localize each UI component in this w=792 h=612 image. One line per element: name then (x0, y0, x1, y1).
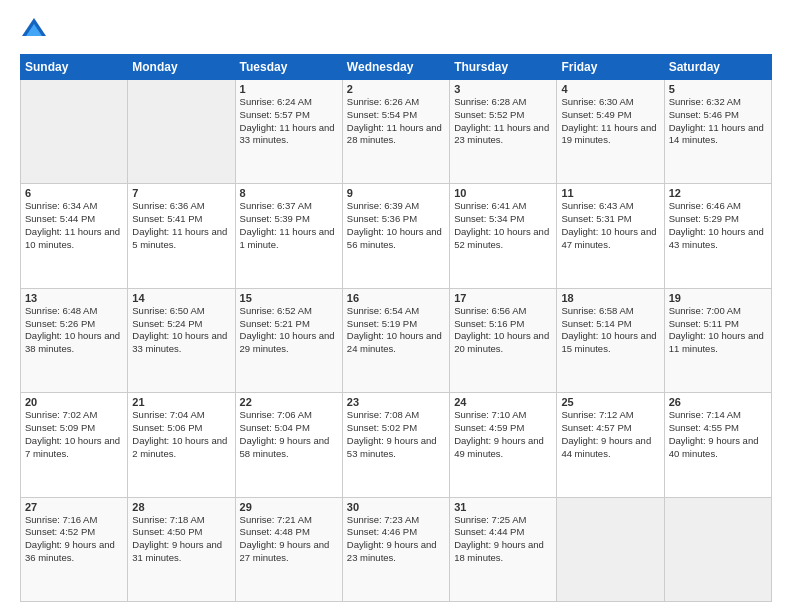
calendar-week-row: 27Sunrise: 7:16 AM Sunset: 4:52 PM Dayli… (21, 497, 772, 601)
day-info: Sunrise: 6:43 AM Sunset: 5:31 PM Dayligh… (561, 200, 659, 251)
day-info: Sunrise: 6:30 AM Sunset: 5:49 PM Dayligh… (561, 96, 659, 147)
day-number: 14 (132, 292, 230, 304)
calendar-cell: 6Sunrise: 6:34 AM Sunset: 5:44 PM Daylig… (21, 184, 128, 288)
day-number: 27 (25, 501, 123, 513)
day-number: 2 (347, 83, 445, 95)
day-number: 15 (240, 292, 338, 304)
day-info: Sunrise: 7:06 AM Sunset: 5:04 PM Dayligh… (240, 409, 338, 460)
calendar-cell: 21Sunrise: 7:04 AM Sunset: 5:06 PM Dayli… (128, 393, 235, 497)
calendar-cell: 15Sunrise: 6:52 AM Sunset: 5:21 PM Dayli… (235, 288, 342, 392)
day-number: 22 (240, 396, 338, 408)
day-number: 17 (454, 292, 552, 304)
calendar-cell: 11Sunrise: 6:43 AM Sunset: 5:31 PM Dayli… (557, 184, 664, 288)
day-info: Sunrise: 6:46 AM Sunset: 5:29 PM Dayligh… (669, 200, 767, 251)
day-info: Sunrise: 6:52 AM Sunset: 5:21 PM Dayligh… (240, 305, 338, 356)
day-info: Sunrise: 7:18 AM Sunset: 4:50 PM Dayligh… (132, 514, 230, 565)
day-number: 4 (561, 83, 659, 95)
calendar-cell: 5Sunrise: 6:32 AM Sunset: 5:46 PM Daylig… (664, 80, 771, 184)
calendar-cell: 18Sunrise: 6:58 AM Sunset: 5:14 PM Dayli… (557, 288, 664, 392)
day-header: Thursday (450, 55, 557, 80)
day-header: Friday (557, 55, 664, 80)
day-number: 25 (561, 396, 659, 408)
day-number: 23 (347, 396, 445, 408)
day-number: 30 (347, 501, 445, 513)
calendar-cell: 25Sunrise: 7:12 AM Sunset: 4:57 PM Dayli… (557, 393, 664, 497)
day-number: 12 (669, 187, 767, 199)
day-info: Sunrise: 6:24 AM Sunset: 5:57 PM Dayligh… (240, 96, 338, 147)
day-info: Sunrise: 7:04 AM Sunset: 5:06 PM Dayligh… (132, 409, 230, 460)
calendar-cell: 19Sunrise: 7:00 AM Sunset: 5:11 PM Dayli… (664, 288, 771, 392)
day-info: Sunrise: 6:48 AM Sunset: 5:26 PM Dayligh… (25, 305, 123, 356)
calendar-cell: 31Sunrise: 7:25 AM Sunset: 4:44 PM Dayli… (450, 497, 557, 601)
calendar-cell (664, 497, 771, 601)
calendar-cell: 30Sunrise: 7:23 AM Sunset: 4:46 PM Dayli… (342, 497, 449, 601)
day-info: Sunrise: 6:26 AM Sunset: 5:54 PM Dayligh… (347, 96, 445, 147)
calendar-cell: 29Sunrise: 7:21 AM Sunset: 4:48 PM Dayli… (235, 497, 342, 601)
calendar-cell: 7Sunrise: 6:36 AM Sunset: 5:41 PM Daylig… (128, 184, 235, 288)
calendar-cell: 14Sunrise: 6:50 AM Sunset: 5:24 PM Dayli… (128, 288, 235, 392)
day-info: Sunrise: 6:39 AM Sunset: 5:36 PM Dayligh… (347, 200, 445, 251)
day-info: Sunrise: 7:12 AM Sunset: 4:57 PM Dayligh… (561, 409, 659, 460)
calendar-cell: 23Sunrise: 7:08 AM Sunset: 5:02 PM Dayli… (342, 393, 449, 497)
calendar-cell: 4Sunrise: 6:30 AM Sunset: 5:49 PM Daylig… (557, 80, 664, 184)
day-number: 16 (347, 292, 445, 304)
day-info: Sunrise: 6:50 AM Sunset: 5:24 PM Dayligh… (132, 305, 230, 356)
day-number: 19 (669, 292, 767, 304)
day-info: Sunrise: 7:25 AM Sunset: 4:44 PM Dayligh… (454, 514, 552, 565)
logo (20, 16, 52, 44)
day-header: Wednesday (342, 55, 449, 80)
logo-icon (20, 16, 48, 44)
day-info: Sunrise: 7:14 AM Sunset: 4:55 PM Dayligh… (669, 409, 767, 460)
calendar-cell: 8Sunrise: 6:37 AM Sunset: 5:39 PM Daylig… (235, 184, 342, 288)
calendar-cell: 13Sunrise: 6:48 AM Sunset: 5:26 PM Dayli… (21, 288, 128, 392)
day-header: Saturday (664, 55, 771, 80)
calendar-cell: 20Sunrise: 7:02 AM Sunset: 5:09 PM Dayli… (21, 393, 128, 497)
day-info: Sunrise: 7:08 AM Sunset: 5:02 PM Dayligh… (347, 409, 445, 460)
calendar-cell: 28Sunrise: 7:18 AM Sunset: 4:50 PM Dayli… (128, 497, 235, 601)
day-number: 18 (561, 292, 659, 304)
day-info: Sunrise: 7:00 AM Sunset: 5:11 PM Dayligh… (669, 305, 767, 356)
day-number: 28 (132, 501, 230, 513)
header (20, 16, 772, 44)
day-number: 10 (454, 187, 552, 199)
page: SundayMondayTuesdayWednesdayThursdayFrid… (0, 0, 792, 612)
day-header: Monday (128, 55, 235, 80)
day-info: Sunrise: 6:28 AM Sunset: 5:52 PM Dayligh… (454, 96, 552, 147)
day-header: Sunday (21, 55, 128, 80)
calendar-cell: 16Sunrise: 6:54 AM Sunset: 5:19 PM Dayli… (342, 288, 449, 392)
day-number: 1 (240, 83, 338, 95)
day-info: Sunrise: 7:10 AM Sunset: 4:59 PM Dayligh… (454, 409, 552, 460)
day-info: Sunrise: 7:16 AM Sunset: 4:52 PM Dayligh… (25, 514, 123, 565)
day-info: Sunrise: 6:56 AM Sunset: 5:16 PM Dayligh… (454, 305, 552, 356)
calendar-cell: 17Sunrise: 6:56 AM Sunset: 5:16 PM Dayli… (450, 288, 557, 392)
day-info: Sunrise: 6:32 AM Sunset: 5:46 PM Dayligh… (669, 96, 767, 147)
day-number: 7 (132, 187, 230, 199)
day-number: 21 (132, 396, 230, 408)
day-info: Sunrise: 6:36 AM Sunset: 5:41 PM Dayligh… (132, 200, 230, 251)
day-number: 6 (25, 187, 123, 199)
calendar-header-row: SundayMondayTuesdayWednesdayThursdayFrid… (21, 55, 772, 80)
calendar-cell (21, 80, 128, 184)
calendar-week-row: 1Sunrise: 6:24 AM Sunset: 5:57 PM Daylig… (21, 80, 772, 184)
day-number: 8 (240, 187, 338, 199)
day-info: Sunrise: 7:23 AM Sunset: 4:46 PM Dayligh… (347, 514, 445, 565)
day-info: Sunrise: 6:54 AM Sunset: 5:19 PM Dayligh… (347, 305, 445, 356)
day-info: Sunrise: 6:37 AM Sunset: 5:39 PM Dayligh… (240, 200, 338, 251)
day-number: 24 (454, 396, 552, 408)
calendar-cell (557, 497, 664, 601)
calendar-table: SundayMondayTuesdayWednesdayThursdayFrid… (20, 54, 772, 602)
day-number: 5 (669, 83, 767, 95)
calendar-cell: 10Sunrise: 6:41 AM Sunset: 5:34 PM Dayli… (450, 184, 557, 288)
calendar-week-row: 6Sunrise: 6:34 AM Sunset: 5:44 PM Daylig… (21, 184, 772, 288)
calendar-cell: 26Sunrise: 7:14 AM Sunset: 4:55 PM Dayli… (664, 393, 771, 497)
calendar-cell: 24Sunrise: 7:10 AM Sunset: 4:59 PM Dayli… (450, 393, 557, 497)
day-info: Sunrise: 7:21 AM Sunset: 4:48 PM Dayligh… (240, 514, 338, 565)
calendar-cell: 1Sunrise: 6:24 AM Sunset: 5:57 PM Daylig… (235, 80, 342, 184)
day-number: 20 (25, 396, 123, 408)
calendar-cell: 2Sunrise: 6:26 AM Sunset: 5:54 PM Daylig… (342, 80, 449, 184)
day-number: 29 (240, 501, 338, 513)
calendar-cell: 22Sunrise: 7:06 AM Sunset: 5:04 PM Dayli… (235, 393, 342, 497)
day-number: 26 (669, 396, 767, 408)
day-info: Sunrise: 7:02 AM Sunset: 5:09 PM Dayligh… (25, 409, 123, 460)
calendar-cell (128, 80, 235, 184)
